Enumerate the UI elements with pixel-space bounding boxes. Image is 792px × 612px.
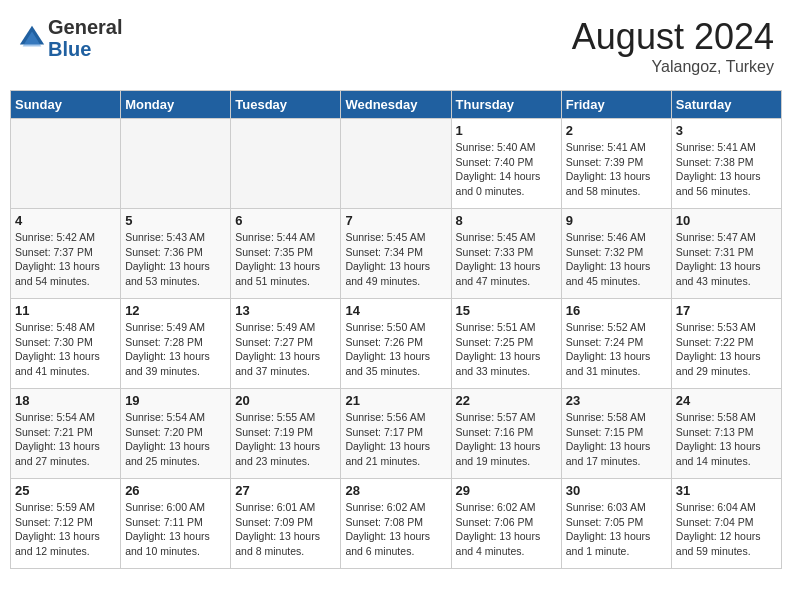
week-row-4: 18Sunrise: 5:54 AM Sunset: 7:21 PM Dayli…	[11, 389, 782, 479]
day-number: 24	[676, 393, 777, 408]
logo-icon	[18, 24, 46, 52]
day-info: Sunrise: 5:46 AM Sunset: 7:32 PM Dayligh…	[566, 230, 667, 289]
week-row-2: 4Sunrise: 5:42 AM Sunset: 7:37 PM Daylig…	[11, 209, 782, 299]
day-info: Sunrise: 6:02 AM Sunset: 7:06 PM Dayligh…	[456, 500, 557, 559]
calendar-table: SundayMondayTuesdayWednesdayThursdayFrid…	[10, 90, 782, 569]
weekday-header-tuesday: Tuesday	[231, 91, 341, 119]
calendar-cell: 22Sunrise: 5:57 AM Sunset: 7:16 PM Dayli…	[451, 389, 561, 479]
week-row-1: 1Sunrise: 5:40 AM Sunset: 7:40 PM Daylig…	[11, 119, 782, 209]
day-number: 9	[566, 213, 667, 228]
month-title: August 2024	[572, 16, 774, 58]
day-info: Sunrise: 5:51 AM Sunset: 7:25 PM Dayligh…	[456, 320, 557, 379]
day-info: Sunrise: 5:53 AM Sunset: 7:22 PM Dayligh…	[676, 320, 777, 379]
day-number: 20	[235, 393, 336, 408]
day-info: Sunrise: 5:52 AM Sunset: 7:24 PM Dayligh…	[566, 320, 667, 379]
day-info: Sunrise: 5:47 AM Sunset: 7:31 PM Dayligh…	[676, 230, 777, 289]
calendar-cell: 29Sunrise: 6:02 AM Sunset: 7:06 PM Dayli…	[451, 479, 561, 569]
logo-blue: Blue	[48, 38, 91, 60]
weekday-header-saturday: Saturday	[671, 91, 781, 119]
day-info: Sunrise: 6:01 AM Sunset: 7:09 PM Dayligh…	[235, 500, 336, 559]
day-number: 31	[676, 483, 777, 498]
day-info: Sunrise: 5:58 AM Sunset: 7:13 PM Dayligh…	[676, 410, 777, 469]
day-info: Sunrise: 6:04 AM Sunset: 7:04 PM Dayligh…	[676, 500, 777, 559]
calendar-cell: 10Sunrise: 5:47 AM Sunset: 7:31 PM Dayli…	[671, 209, 781, 299]
weekday-header-friday: Friday	[561, 91, 671, 119]
weekday-header-wednesday: Wednesday	[341, 91, 451, 119]
calendar-cell: 20Sunrise: 5:55 AM Sunset: 7:19 PM Dayli…	[231, 389, 341, 479]
day-info: Sunrise: 5:54 AM Sunset: 7:21 PM Dayligh…	[15, 410, 116, 469]
calendar-cell: 15Sunrise: 5:51 AM Sunset: 7:25 PM Dayli…	[451, 299, 561, 389]
day-info: Sunrise: 5:41 AM Sunset: 7:38 PM Dayligh…	[676, 140, 777, 199]
day-number: 7	[345, 213, 446, 228]
calendar-cell: 12Sunrise: 5:49 AM Sunset: 7:28 PM Dayli…	[121, 299, 231, 389]
calendar-cell: 9Sunrise: 5:46 AM Sunset: 7:32 PM Daylig…	[561, 209, 671, 299]
calendar-cell: 25Sunrise: 5:59 AM Sunset: 7:12 PM Dayli…	[11, 479, 121, 569]
day-number: 14	[345, 303, 446, 318]
day-number: 19	[125, 393, 226, 408]
day-number: 5	[125, 213, 226, 228]
day-info: Sunrise: 5:59 AM Sunset: 7:12 PM Dayligh…	[15, 500, 116, 559]
calendar-cell: 17Sunrise: 5:53 AM Sunset: 7:22 PM Dayli…	[671, 299, 781, 389]
calendar-cell: 21Sunrise: 5:56 AM Sunset: 7:17 PM Dayli…	[341, 389, 451, 479]
day-number: 8	[456, 213, 557, 228]
calendar-cell: 16Sunrise: 5:52 AM Sunset: 7:24 PM Dayli…	[561, 299, 671, 389]
day-info: Sunrise: 5:40 AM Sunset: 7:40 PM Dayligh…	[456, 140, 557, 199]
day-number: 13	[235, 303, 336, 318]
day-number: 26	[125, 483, 226, 498]
day-info: Sunrise: 5:48 AM Sunset: 7:30 PM Dayligh…	[15, 320, 116, 379]
calendar-cell: 26Sunrise: 6:00 AM Sunset: 7:11 PM Dayli…	[121, 479, 231, 569]
calendar-cell: 5Sunrise: 5:43 AM Sunset: 7:36 PM Daylig…	[121, 209, 231, 299]
calendar-cell: 3Sunrise: 5:41 AM Sunset: 7:38 PM Daylig…	[671, 119, 781, 209]
day-info: Sunrise: 5:45 AM Sunset: 7:33 PM Dayligh…	[456, 230, 557, 289]
day-info: Sunrise: 5:58 AM Sunset: 7:15 PM Dayligh…	[566, 410, 667, 469]
weekday-header-thursday: Thursday	[451, 91, 561, 119]
location-subtitle: Yalangoz, Turkey	[572, 58, 774, 76]
day-info: Sunrise: 5:57 AM Sunset: 7:16 PM Dayligh…	[456, 410, 557, 469]
calendar-cell: 28Sunrise: 6:02 AM Sunset: 7:08 PM Dayli…	[341, 479, 451, 569]
logo: General Blue	[18, 16, 122, 60]
day-info: Sunrise: 5:56 AM Sunset: 7:17 PM Dayligh…	[345, 410, 446, 469]
day-number: 16	[566, 303, 667, 318]
day-number: 29	[456, 483, 557, 498]
weekday-header-sunday: Sunday	[11, 91, 121, 119]
day-info: Sunrise: 5:42 AM Sunset: 7:37 PM Dayligh…	[15, 230, 116, 289]
calendar-cell: 1Sunrise: 5:40 AM Sunset: 7:40 PM Daylig…	[451, 119, 561, 209]
calendar-cell: 6Sunrise: 5:44 AM Sunset: 7:35 PM Daylig…	[231, 209, 341, 299]
title-block: August 2024 Yalangoz, Turkey	[572, 16, 774, 76]
day-number: 28	[345, 483, 446, 498]
day-info: Sunrise: 6:00 AM Sunset: 7:11 PM Dayligh…	[125, 500, 226, 559]
calendar-cell: 11Sunrise: 5:48 AM Sunset: 7:30 PM Dayli…	[11, 299, 121, 389]
day-number: 6	[235, 213, 336, 228]
calendar-cell: 8Sunrise: 5:45 AM Sunset: 7:33 PM Daylig…	[451, 209, 561, 299]
calendar-cell: 24Sunrise: 5:58 AM Sunset: 7:13 PM Dayli…	[671, 389, 781, 479]
day-info: Sunrise: 5:50 AM Sunset: 7:26 PM Dayligh…	[345, 320, 446, 379]
day-number: 11	[15, 303, 116, 318]
day-number: 1	[456, 123, 557, 138]
calendar-cell: 2Sunrise: 5:41 AM Sunset: 7:39 PM Daylig…	[561, 119, 671, 209]
logo-general: General	[48, 16, 122, 38]
calendar-cell: 18Sunrise: 5:54 AM Sunset: 7:21 PM Dayli…	[11, 389, 121, 479]
day-number: 27	[235, 483, 336, 498]
day-info: Sunrise: 5:45 AM Sunset: 7:34 PM Dayligh…	[345, 230, 446, 289]
day-number: 18	[15, 393, 116, 408]
day-info: Sunrise: 5:49 AM Sunset: 7:28 PM Dayligh…	[125, 320, 226, 379]
calendar-cell	[231, 119, 341, 209]
day-number: 23	[566, 393, 667, 408]
weekday-header-row: SundayMondayTuesdayWednesdayThursdayFrid…	[11, 91, 782, 119]
day-info: Sunrise: 5:54 AM Sunset: 7:20 PM Dayligh…	[125, 410, 226, 469]
day-number: 21	[345, 393, 446, 408]
day-number: 10	[676, 213, 777, 228]
calendar-cell: 4Sunrise: 5:42 AM Sunset: 7:37 PM Daylig…	[11, 209, 121, 299]
day-number: 17	[676, 303, 777, 318]
calendar-cell: 7Sunrise: 5:45 AM Sunset: 7:34 PM Daylig…	[341, 209, 451, 299]
day-number: 3	[676, 123, 777, 138]
day-info: Sunrise: 5:44 AM Sunset: 7:35 PM Dayligh…	[235, 230, 336, 289]
day-number: 12	[125, 303, 226, 318]
calendar-cell: 19Sunrise: 5:54 AM Sunset: 7:20 PM Dayli…	[121, 389, 231, 479]
calendar-cell	[341, 119, 451, 209]
day-number: 15	[456, 303, 557, 318]
day-info: Sunrise: 5:43 AM Sunset: 7:36 PM Dayligh…	[125, 230, 226, 289]
day-number: 25	[15, 483, 116, 498]
calendar-cell: 23Sunrise: 5:58 AM Sunset: 7:15 PM Dayli…	[561, 389, 671, 479]
day-number: 30	[566, 483, 667, 498]
